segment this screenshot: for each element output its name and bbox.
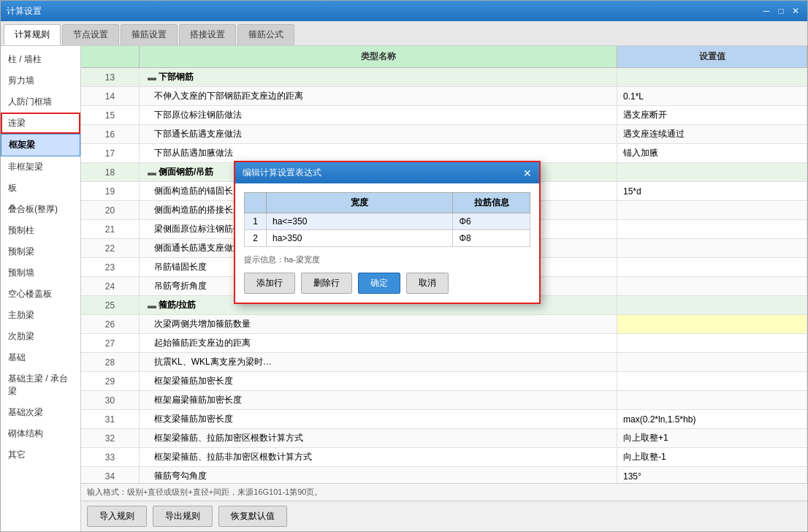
dialog-table: 宽度 拉筋信息 1 Φ6 2 Φ8 bbox=[244, 192, 530, 247]
row-info: Φ6 bbox=[453, 213, 530, 230]
dialog-hint: 提示信息：ha-梁宽度 bbox=[244, 254, 530, 265]
dialog-title-text: 编辑计算设置表达式 bbox=[243, 167, 321, 179]
col-index-header bbox=[245, 193, 267, 213]
dialog-title-bar: 编辑计算设置表达式 ✕ bbox=[235, 162, 539, 183]
dialog-row: 1 Φ6 bbox=[245, 213, 530, 230]
col-info-header: 拉筋信息 bbox=[453, 193, 530, 213]
expression-dialog: 编辑计算设置表达式 ✕ 宽度 拉筋信息 1 Φ6 bbox=[234, 161, 541, 304]
dialog-body: 宽度 拉筋信息 1 Φ6 2 Φ8 提 bbox=[235, 183, 539, 303]
dialog-close-button[interactable]: ✕ bbox=[523, 167, 532, 179]
row-width[interactable] bbox=[267, 213, 453, 230]
row-idx: 1 bbox=[245, 213, 267, 230]
dialog-row: 2 Φ8 bbox=[245, 230, 530, 247]
cancel-button[interactable]: 取消 bbox=[406, 273, 449, 294]
col-width-header: 宽度 bbox=[267, 193, 453, 213]
row-width[interactable] bbox=[267, 230, 453, 247]
confirm-button[interactable]: 确定 bbox=[358, 273, 400, 294]
row-idx: 2 bbox=[245, 230, 267, 247]
delete-row-button[interactable]: 删除行 bbox=[301, 273, 352, 294]
dialog-overlay: 编辑计算设置表达式 ✕ 宽度 拉筋信息 1 Φ6 bbox=[0, 0, 808, 532]
row-info: Φ8 bbox=[453, 230, 530, 247]
dialog-actions: 添加行 删除行 确定 取消 bbox=[244, 273, 530, 294]
add-row-button[interactable]: 添加行 bbox=[244, 273, 295, 294]
